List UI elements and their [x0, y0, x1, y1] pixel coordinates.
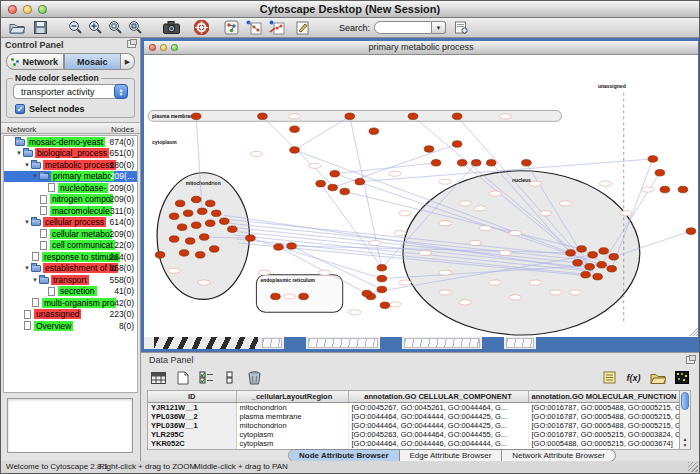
- table-cell[interactable]: YPL036W__1: [148, 421, 236, 430]
- network-node[interactable]: [191, 113, 201, 120]
- network-node[interactable]: [408, 113, 418, 120]
- help-lifering-icon[interactable]: [191, 19, 211, 37]
- network-tree-item[interactable]: mosaic-demo-yeast874(0): [4, 136, 137, 148]
- disclosure-triangle-icon[interactable]: ▼: [23, 162, 31, 168]
- view-settings-icon[interactable]: [221, 19, 241, 37]
- table-column-header[interactable]: annotation.GO CELLULAR_COMPONENT: [348, 391, 528, 402]
- network-node[interactable]: [573, 260, 583, 267]
- network-node[interactable]: [205, 220, 215, 227]
- network-node[interactable]: [246, 235, 256, 242]
- disclosure-triangle-icon[interactable]: ▼: [31, 173, 39, 179]
- table-cell[interactable]: [GO:0044464, GO:0044446, GO:0044444, G..…: [348, 439, 528, 448]
- network-node[interactable]: [209, 246, 219, 253]
- table-cell[interactable]: cytoplasm: [236, 430, 348, 439]
- network-tree-item[interactable]: cellular metabo209(0): [4, 228, 137, 240]
- search-input[interactable]: [374, 21, 432, 34]
- network-node[interactable]: [597, 262, 607, 269]
- table-cell[interactable]: mitochondrion: [236, 421, 348, 430]
- network-node[interactable]: [486, 160, 496, 167]
- network-tree-item[interactable]: secretion41(0): [4, 286, 137, 298]
- network-node[interactable]: [585, 263, 595, 270]
- table-cell[interactable]: mitochondrion: [236, 402, 348, 412]
- network-node[interactable]: [362, 290, 372, 297]
- network-node[interactable]: [169, 213, 179, 220]
- table-column-header[interactable]: annotation.GO MOLECULAR_FUNCTION: [528, 391, 680, 402]
- open-file-icon[interactable]: [7, 19, 27, 37]
- network-node[interactable]: [588, 252, 598, 259]
- zoom-in-icon[interactable]: [85, 19, 105, 37]
- zoom-selected-icon[interactable]: [125, 19, 145, 37]
- network-node[interactable]: [593, 273, 603, 280]
- network-node[interactable]: [258, 113, 268, 120]
- tab-network[interactable]: Network: [6, 53, 64, 70]
- network-node[interactable]: [290, 126, 300, 133]
- table-cell[interactable]: [GO:0016787, GO:0005215, GO:0003824, G..…: [528, 430, 680, 439]
- disclosure-triangle-icon[interactable]: ▼: [15, 150, 23, 156]
- network-node[interactable]: [452, 141, 462, 148]
- canvas-resize-grip[interactable]: [696, 334, 698, 336]
- unselect-all-attributes-icon[interactable]: [221, 369, 240, 386]
- network-node[interactable]: [377, 264, 387, 271]
- disclosure-triangle-icon[interactable]: ▼: [23, 265, 31, 271]
- network-node[interactable]: [287, 243, 297, 250]
- network-node[interactable]: [271, 293, 281, 300]
- table-cell[interactable]: [GO:0005488, GO:0005215, GO:0003674]: [528, 439, 680, 448]
- network-node[interactable]: [648, 156, 658, 163]
- table-cell[interactable]: [GO:0045267, GO:0045261, GO:0044464, G..…: [348, 402, 528, 412]
- network-node[interactable]: [197, 208, 207, 215]
- save-session-icon[interactable]: [30, 19, 50, 37]
- network-node[interactable]: [211, 210, 221, 217]
- table-row[interactable]: YPL036W__1mitochondrion[GO:0044464, GO:0…: [148, 421, 680, 430]
- network-node[interactable]: [345, 113, 355, 120]
- new-attribute-icon[interactable]: [173, 369, 192, 386]
- node-color-select[interactable]: transporter activity ▲▼: [13, 84, 128, 99]
- network-tree-item[interactable]: response to stimulu264(0): [4, 251, 137, 263]
- network-node[interactable]: [330, 170, 340, 177]
- network-node[interactable]: [581, 271, 591, 278]
- network-node[interactable]: [316, 180, 326, 187]
- network-canvas[interactable]: plasma membranecytoplasmmitochondrionnuc…: [144, 55, 698, 337]
- network-node[interactable]: [183, 210, 193, 217]
- table-cell[interactable]: YJR121W__1: [148, 402, 236, 412]
- table-row[interactable]: YKR052Ccytoplasm[GO:0044464, GO:0044446,…: [148, 439, 680, 448]
- function-builder-icon[interactable]: f(x): [624, 369, 643, 386]
- network-node[interactable]: [655, 169, 665, 176]
- scroll-down-arrow[interactable]: ▼: [680, 442, 690, 448]
- table-row[interactable]: YLR295Ccytoplasm[GO:0045263, GO:0044464,…: [148, 430, 680, 439]
- network-tree-item[interactable]: ▼biological_process651(0): [4, 148, 137, 160]
- network-node[interactable]: [205, 200, 215, 207]
- network-node[interactable]: [607, 265, 617, 272]
- table-cell[interactable]: [GO:0044464, GO:0044444, GO:0044425, G..…: [348, 412, 528, 421]
- network-node[interactable]: [369, 128, 379, 135]
- table-row[interactable]: YJR121W__1mitochondrion[GO:0045267, GO:0…: [148, 402, 680, 412]
- network-node[interactable]: [195, 252, 205, 259]
- network-node[interactable]: [678, 186, 688, 193]
- network-node[interactable]: [228, 226, 238, 233]
- network-node[interactable]: [199, 234, 209, 241]
- network-node[interactable]: [340, 188, 350, 195]
- network-tree-item[interactable]: macromolecule311(0): [4, 205, 137, 217]
- network-node[interactable]: [377, 286, 387, 293]
- open-attribute-file-icon[interactable]: [648, 369, 667, 386]
- matrix-icon[interactable]: [672, 369, 691, 386]
- save-search-icon[interactable]: [451, 19, 471, 37]
- network-tree-item[interactable]: nucleobase-209(0): [4, 182, 137, 194]
- network-node[interactable]: [424, 146, 434, 153]
- network-tree-item[interactable]: multi-organism pro42(0): [4, 297, 137, 309]
- network-tree-item[interactable]: nitrogen compo209(0): [4, 194, 137, 206]
- delete-attribute-icon[interactable]: [245, 369, 264, 386]
- table-row[interactable]: YPL036W__2plasma membrane[GO:0044464, GO…: [148, 412, 680, 421]
- network-node[interactable]: [660, 186, 670, 193]
- network-node[interactable]: [299, 293, 309, 300]
- import-attributes-icon[interactable]: [600, 369, 619, 386]
- network-node[interactable]: [185, 238, 195, 245]
- resize-grip[interactable]: [688, 462, 698, 472]
- table-cell[interactable]: YDR039C__1: [148, 448, 236, 451]
- birdseye-view[interactable]: [7, 398, 133, 453]
- network-node[interactable]: [274, 244, 284, 251]
- table-column-header[interactable]: _cellularLayoutRegion: [236, 391, 348, 402]
- scrollbar-thumb[interactable]: [681, 392, 689, 410]
- network-node[interactable]: [577, 246, 587, 253]
- table-column-header[interactable]: ID: [148, 391, 236, 402]
- select-nodes-checkbox[interactable]: ✓: [15, 104, 25, 114]
